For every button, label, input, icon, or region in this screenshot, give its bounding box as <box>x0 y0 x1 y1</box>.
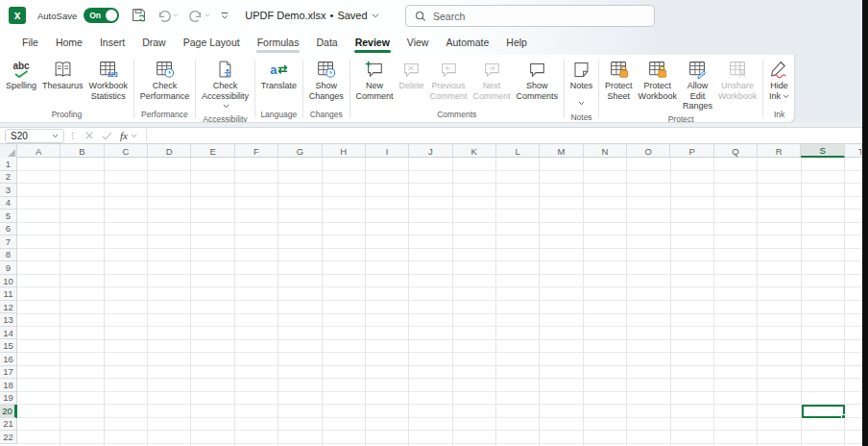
row-header-13[interactable]: 13 <box>0 313 17 327</box>
insert-function-button[interactable]: fx <box>120 130 137 141</box>
ribbon-button-protect-sheet[interactable]: Protect Sheet <box>602 56 636 102</box>
column-header-j[interactable]: J <box>409 144 452 158</box>
undo-icon[interactable] <box>157 9 179 23</box>
hide-ink-icon <box>769 59 789 80</box>
ribbon-group-label: Proofing <box>52 108 83 122</box>
column-header-d[interactable]: D <box>148 144 191 158</box>
name-box[interactable]: S20 <box>5 129 64 143</box>
row-header-6[interactable]: 6 <box>0 223 17 236</box>
row-header-21[interactable]: 21 <box>0 418 17 432</box>
row-header-4[interactable]: 4 <box>0 197 17 211</box>
save-icon[interactable] <box>131 8 147 23</box>
row-header-14[interactable]: 14 <box>0 327 17 340</box>
document-title[interactable]: UPDF Demo.xlsx • Saved <box>245 10 378 21</box>
tab-file[interactable]: File <box>13 33 47 54</box>
ribbon-button-show-changes[interactable]: Show Changes <box>306 56 347 102</box>
column-header-m[interactable]: M <box>540 144 583 158</box>
column-header-c[interactable]: C <box>105 144 148 158</box>
ribbon-button-allow-edit-ranges[interactable]: Allow Edit Ranges <box>680 56 715 112</box>
column-header-q[interactable]: Q <box>714 144 758 158</box>
formula-input[interactable] <box>152 129 862 143</box>
row-header-11[interactable]: 11 <box>0 287 17 301</box>
cancel-icon[interactable] <box>84 131 94 140</box>
row-header-3[interactable]: 3 <box>0 184 17 197</box>
enter-icon[interactable] <box>102 132 112 140</box>
row-header-20[interactable]: 20 <box>0 405 17 418</box>
column-header-t[interactable]: T <box>845 144 862 158</box>
customize-toolbar-icon[interactable] <box>220 11 229 20</box>
row-header-10[interactable]: 10 <box>0 275 17 288</box>
ribbon-button-hide-ink[interactable]: Hide Ink <box>766 56 792 102</box>
ribbon-button-show-comments[interactable]: Show Comments <box>514 56 562 102</box>
row-header-19[interactable]: 19 <box>0 392 17 406</box>
ribbon-button-workbook-statistics[interactable]: 123Workbook Statistics <box>86 56 131 102</box>
tab-insert[interactable]: Insert <box>91 33 133 54</box>
ribbon-button-check-performance[interactable]: Check Performance <box>137 56 193 102</box>
ribbon-button-spelling[interactable]: abcSpelling <box>3 56 39 92</box>
row-header-9[interactable]: 9 <box>0 261 17 275</box>
column-header-e[interactable]: E <box>191 144 234 158</box>
row-header-18[interactable]: 18 <box>0 379 17 392</box>
row-header-7[interactable]: 7 <box>0 235 17 249</box>
search-input[interactable]: Search <box>405 5 655 27</box>
formula-bar-resize-handle[interactable]: ⋮ <box>68 131 77 140</box>
cells-region[interactable] <box>17 158 862 446</box>
filename: UPDF Demo.xlsx <box>245 10 326 21</box>
tab-data[interactable]: Data <box>307 33 346 54</box>
ribbon-button-protect-workbook[interactable]: Protect Workbook <box>636 56 680 102</box>
column-header-n[interactable]: N <box>584 144 627 158</box>
column-header-g[interactable]: G <box>278 144 322 158</box>
tab-view[interactable]: View <box>398 33 438 54</box>
ribbon-button-delete[interactable]: Delete <box>396 56 426 92</box>
title-separator: • <box>330 10 334 21</box>
excel-logo-icon[interactable]: x <box>9 7 26 24</box>
fill-handle[interactable] <box>841 414 846 419</box>
tab-automate[interactable]: Automate <box>437 33 497 54</box>
row-header-17[interactable]: 17 <box>0 366 17 380</box>
column-header-k[interactable]: K <box>453 144 496 158</box>
autosave-toggle[interactable]: On <box>84 8 119 23</box>
row-header-2[interactable]: 2 <box>0 171 17 185</box>
next-comment-icon <box>481 59 502 80</box>
redo-icon[interactable] <box>188 9 210 23</box>
ribbon-button-notes[interactable]: Notes <box>567 56 596 111</box>
row-header-8[interactable]: 8 <box>0 249 17 262</box>
ribbon-button-check-accessibility[interactable]: Check Accessibility <box>199 56 252 112</box>
ribbon-button-thesaurus[interactable]: Thesaurus <box>39 56 86 92</box>
column-header-l[interactable]: L <box>496 144 540 158</box>
tab-help[interactable]: Help <box>497 33 536 54</box>
row-header-22[interactable]: 22 <box>0 431 17 444</box>
name-box-chevron-icon <box>52 134 59 138</box>
column-header-p[interactable]: P <box>670 144 713 158</box>
tab-review[interactable]: Review <box>347 33 398 54</box>
row-header-1[interactable]: 1 <box>0 158 17 171</box>
tab-formulas[interactable]: Formulas <box>249 33 308 54</box>
row-header-5[interactable]: 5 <box>0 210 17 223</box>
tab-page-layout[interactable]: Page Layout <box>175 33 249 54</box>
ribbon-group-label: Changes <box>310 108 343 122</box>
column-header-b[interactable]: B <box>60 144 104 158</box>
row-headers: 12345678910111213141516171819202122 <box>0 158 17 444</box>
check-accessibility-icon <box>215 59 234 80</box>
ribbon-button-unshare-workbook[interactable]: Unshare Workbook <box>715 56 760 102</box>
ribbon-button-next-comment[interactable]: Next Comment <box>470 56 513 102</box>
column-headers: ABCDEFGHIJKLMNOPQRST <box>0 144 862 158</box>
column-header-i[interactable]: I <box>366 144 409 158</box>
tab-draw[interactable]: Draw <box>133 33 175 54</box>
ribbon-button-new-comment[interactable]: New Comment <box>352 56 396 102</box>
row-header-15[interactable]: 15 <box>0 339 17 353</box>
column-header-o[interactable]: O <box>627 144 670 158</box>
ribbon-button-translate[interactable]: a⇄Translate <box>258 56 300 92</box>
column-header-s[interactable]: S <box>801 144 844 158</box>
select-all-button[interactable] <box>0 144 17 158</box>
column-header-h[interactable]: H <box>323 144 366 158</box>
ribbon-button-previous-comment[interactable]: Previous Comment <box>426 56 470 102</box>
row-header-16[interactable]: 16 <box>0 353 17 366</box>
column-header-r[interactable]: R <box>758 144 801 158</box>
column-header-f[interactable]: F <box>235 144 278 158</box>
tab-home[interactable]: Home <box>47 33 91 54</box>
column-header-a[interactable]: A <box>17 144 60 158</box>
selected-cell-s20[interactable] <box>802 405 845 418</box>
ribbon-button-label: New Comment <box>355 81 393 101</box>
row-header-12[interactable]: 12 <box>0 301 17 314</box>
